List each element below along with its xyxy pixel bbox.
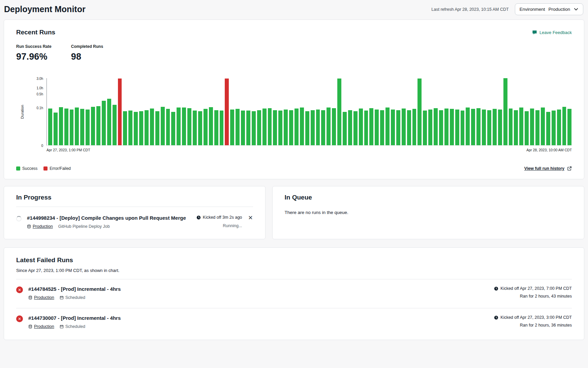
bar-success[interactable] <box>396 110 400 145</box>
environment-link[interactable]: Production <box>34 324 54 329</box>
bar-success[interactable] <box>59 107 63 145</box>
bar-success[interactable] <box>385 108 390 145</box>
bar-success[interactable] <box>107 99 111 145</box>
bar-success[interactable] <box>461 111 465 145</box>
bar-success[interactable] <box>380 110 384 145</box>
bar-success[interactable] <box>64 109 68 145</box>
bar-success[interactable] <box>177 108 181 145</box>
bar-success[interactable] <box>428 110 432 145</box>
bar-success[interactable] <box>407 110 411 145</box>
bar-success[interactable] <box>134 112 138 145</box>
bar-success[interactable] <box>257 110 261 145</box>
bar-success[interactable] <box>166 109 170 145</box>
bar-success[interactable] <box>214 110 218 145</box>
bar-success[interactable] <box>321 110 325 145</box>
bar-success[interactable] <box>289 110 293 145</box>
bar-success[interactable] <box>498 110 502 145</box>
bar-success[interactable] <box>353 111 358 145</box>
bar-success[interactable] <box>348 110 352 145</box>
bar-success[interactable] <box>525 111 529 145</box>
bar-success[interactable] <box>204 109 208 145</box>
environment-select[interactable]: Environment Production <box>515 3 583 15</box>
leave-feedback-link[interactable]: Leave Feedback <box>532 30 572 35</box>
bar-success[interactable] <box>278 111 282 145</box>
bar-success[interactable] <box>230 110 234 145</box>
bar-success[interactable] <box>262 109 267 145</box>
environment-link[interactable]: Production <box>34 295 54 300</box>
bar-success[interactable] <box>220 111 224 145</box>
bar-success[interactable] <box>273 110 277 145</box>
bar-success[interactable] <box>187 108 191 145</box>
bar-success[interactable] <box>54 113 58 145</box>
bar-failed[interactable] <box>225 79 229 145</box>
bar-success[interactable] <box>86 110 90 145</box>
bar-success[interactable] <box>128 111 132 145</box>
bar-success[interactable] <box>327 108 331 145</box>
view-full-run-history-link[interactable]: View full run history <box>524 166 572 171</box>
bar-success[interactable] <box>236 109 240 145</box>
bar-success[interactable] <box>487 110 491 145</box>
bar-success[interactable] <box>96 106 100 145</box>
bar-success[interactable] <box>241 111 245 145</box>
bar-success[interactable] <box>316 110 320 145</box>
bar-success[interactable] <box>161 107 165 145</box>
bar-success[interactable] <box>145 110 149 145</box>
bar-success[interactable] <box>417 79 422 145</box>
bar-failed[interactable] <box>118 79 122 145</box>
bar-success[interactable] <box>359 109 363 145</box>
bar-success[interactable] <box>541 108 545 145</box>
bar-success[interactable] <box>412 109 416 145</box>
bar-success[interactable] <box>519 108 523 145</box>
bar-success[interactable] <box>155 111 159 145</box>
bar-success[interactable] <box>444 109 448 145</box>
bar-success[interactable] <box>252 111 256 145</box>
bar-success[interactable] <box>391 110 395 145</box>
bar-success[interactable] <box>450 109 454 145</box>
bar-success[interactable] <box>246 111 250 145</box>
bar-success[interactable] <box>150 109 154 145</box>
bar-success[interactable] <box>123 111 127 145</box>
bar-success[interactable] <box>364 111 368 145</box>
bar-success[interactable] <box>332 108 336 145</box>
bar-success[interactable] <box>102 101 106 145</box>
close-icon[interactable]: ✕ <box>248 215 253 221</box>
bar-success[interactable] <box>113 105 117 145</box>
bar-success[interactable] <box>300 108 304 145</box>
bar-success[interactable] <box>48 109 52 145</box>
bar-success[interactable] <box>268 108 272 145</box>
bar-success[interactable] <box>139 111 143 145</box>
bar-success[interactable] <box>182 108 186 145</box>
bar-success[interactable] <box>305 111 309 145</box>
bar-success[interactable] <box>423 111 427 145</box>
bar-success[interactable] <box>562 107 566 145</box>
bar-success[interactable] <box>434 108 438 145</box>
bar-success[interactable] <box>530 109 534 145</box>
bar-success[interactable] <box>455 110 459 145</box>
bar-success[interactable] <box>514 110 518 145</box>
bar-success[interactable] <box>476 108 481 145</box>
bar-success[interactable] <box>535 110 539 145</box>
bar-success[interactable] <box>295 109 299 145</box>
environment-link[interactable]: Production <box>33 224 53 229</box>
bar-success[interactable] <box>171 112 175 145</box>
bar-success[interactable] <box>471 109 475 145</box>
bar-success[interactable] <box>311 110 315 145</box>
bar-success[interactable] <box>91 107 95 145</box>
bar-success[interactable] <box>337 79 341 145</box>
bar-success[interactable] <box>369 108 373 145</box>
bar-success[interactable] <box>375 110 379 145</box>
bar-success[interactable] <box>343 112 347 145</box>
bar-success[interactable] <box>567 109 571 145</box>
bar-success[interactable] <box>70 110 74 145</box>
bar-success[interactable] <box>284 110 288 145</box>
bar-success[interactable] <box>193 111 197 145</box>
bar-success[interactable] <box>546 112 550 145</box>
bar-success[interactable] <box>557 110 561 145</box>
bar-success[interactable] <box>198 111 202 145</box>
bar-success[interactable] <box>466 108 470 145</box>
bar-success[interactable] <box>493 109 497 145</box>
bar-success[interactable] <box>209 107 213 145</box>
bar-success[interactable] <box>439 110 443 145</box>
bar-success[interactable] <box>482 110 486 145</box>
bar-success[interactable] <box>402 109 406 145</box>
